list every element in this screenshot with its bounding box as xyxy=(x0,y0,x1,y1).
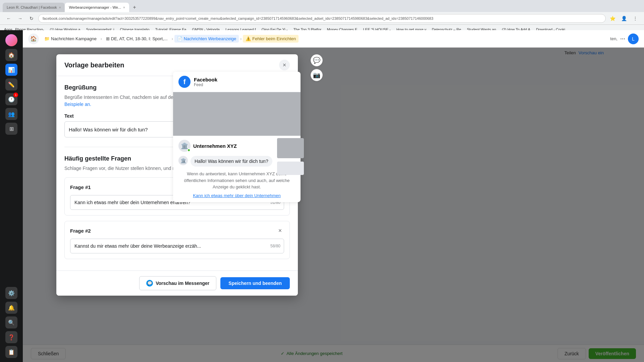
breadcrumb-kampagne[interactable]: 📁 Nachrichten Kampagne xyxy=(42,35,99,43)
nav-right: ten, ··· L xyxy=(610,34,639,44)
nav-bar: ← → ↻ facebook.com/adsmanager/manage/ads… xyxy=(0,12,644,25)
faq-card-2-header: Frage #2 × xyxy=(70,227,284,235)
text-input-value: Hallo! Was können wir für dich tun? xyxy=(69,127,148,132)
online-dot xyxy=(187,148,191,152)
sidebar-icon-ads[interactable]: 📊 xyxy=(5,64,17,76)
faq-card-2: Frage #2 × Kannst du mir etwas mehr über… xyxy=(64,221,290,259)
sidebar-icon-settings[interactable]: ⚙️ xyxy=(5,287,17,299)
sidebar-icon-reports[interactable]: 📋 xyxy=(5,346,17,358)
modal-overlay: Vorlage bearbeiten × Begrüßung Begrüße I… xyxy=(23,48,644,362)
nav-avatar[interactable]: L xyxy=(628,34,639,44)
bubble-avatar: 🏛️ xyxy=(178,156,188,165)
content-area: Teilen Vorschau ein Vorlage bearbeiten ×… xyxy=(23,48,644,362)
faq-2-close-button[interactable]: × xyxy=(276,227,284,235)
breadcrumb: 📁 Nachrichten Kampagne › ⊞ DE, AT, CH, 1… xyxy=(42,35,299,43)
breadcrumb-sep-3: › xyxy=(240,37,241,41)
sidebar-icon-people[interactable]: 👥 xyxy=(5,108,17,120)
back-button[interactable]: ← xyxy=(4,14,13,23)
side-thumbnail xyxy=(277,138,304,158)
profile-button[interactable]: 👤 xyxy=(619,14,629,23)
breadcrumb-sep-2: › xyxy=(172,37,173,41)
nav-more-btn[interactable]: ··· xyxy=(620,35,625,42)
business-name: Unternehmen XYZ xyxy=(193,143,281,149)
tab-close-icon[interactable]: × xyxy=(59,6,61,9)
warning-icon: ⚠️ xyxy=(246,36,251,41)
reload-button[interactable]: ↻ xyxy=(27,14,36,23)
sidebar-icon-notifications[interactable]: 🕐 1 xyxy=(5,93,17,105)
sidebar-icon-home[interactable]: 🏠 xyxy=(5,49,17,61)
nav-teilen-text: ten, xyxy=(610,36,618,41)
app-area: 🏠 📊 ✏️ 🕐 1 👥 ⊞ ⚙️ 🔔 🔍 ❓ 📋 🏠 📁 Nachrichte… xyxy=(0,30,644,362)
instagram-social-icon[interactable]: 📷 xyxy=(311,69,323,81)
greeting-text: Hallo! Was können wir für dich tun? xyxy=(191,156,272,167)
notification-badge: 1 xyxy=(13,93,18,97)
preview-messenger-button[interactable]: 💬 Vorschau im Messenger xyxy=(139,276,216,290)
messenger-icon: 💬 xyxy=(146,280,153,287)
messenger-social-icon[interactable]: 💬 xyxy=(311,54,323,66)
faq-1-value: Kann ich etwas mehr über dein Unternehme… xyxy=(74,200,191,205)
preview-platform: Facebook xyxy=(194,77,217,82)
faq-1-label: Frage #1 xyxy=(70,184,91,190)
preview-placement: Feed xyxy=(194,82,217,87)
sidebar-icon-search[interactable]: 🔍 xyxy=(5,316,17,328)
sidebar-icon-help[interactable]: ❓ xyxy=(5,331,17,343)
sidebar-avatar[interactable] xyxy=(5,34,17,46)
ads-top-nav: 🏠 📁 Nachrichten Kampagne › ⊞ DE, AT, CH,… xyxy=(23,30,644,48)
faq-2-label: Frage #2 xyxy=(70,228,91,234)
modal-close-button[interactable]: × xyxy=(279,60,290,70)
faq-2-value: Kannst du mir etwas mehr über deine Werb… xyxy=(74,243,201,249)
grid-icon: ⊞ xyxy=(106,36,110,41)
sidebar: 🏠 📊 ✏️ 🕐 1 👥 ⊞ ⚙️ 🔔 🔍 ❓ 📋 xyxy=(0,30,23,362)
tab-facebook[interactable]: Leon R. Chaudhari | Facebook × xyxy=(3,3,65,12)
breadcrumb-adset[interactable]: ⊞ DE, AT, CH, 18-30, I: Sport,... xyxy=(103,35,170,43)
breadcrumb-fehler[interactable]: ⚠️ Fehler beim Einrichten xyxy=(243,35,299,43)
tab-bar: Leon R. Chaudhari | Facebook × Werbeanze… xyxy=(0,0,644,12)
menu-button[interactable]: ⋮ xyxy=(631,14,640,23)
extensions-button[interactable]: ⭐ xyxy=(608,14,617,23)
side-lines xyxy=(277,162,304,175)
forward-button[interactable]: → xyxy=(15,14,25,23)
sidebar-icon-bell[interactable]: 🔔 xyxy=(5,302,17,314)
ad-icon: 📄 xyxy=(177,36,182,41)
modal-footer: 💬 Vorschau im Messenger Speichern und be… xyxy=(56,270,298,296)
right-social-icons: 💬 📷 xyxy=(311,54,323,81)
breadcrumb-sep-1: › xyxy=(101,37,102,41)
ads-nav-home-btn[interactable]: 🏠 xyxy=(28,34,39,44)
sidebar-icon-grid[interactable]: ⊞ xyxy=(5,123,17,135)
breadcrumb-werbeanzeige[interactable]: 📄 Nachrichten Werbeanzeige xyxy=(174,35,239,43)
browser-chrome: Leon R. Chaudhari | Facebook × Werbeanze… xyxy=(0,0,644,30)
preview-image xyxy=(173,92,301,136)
sidebar-icon-edit[interactable]: ✏️ xyxy=(5,78,17,90)
business-avatar: 🏛️ xyxy=(178,140,191,152)
faq-2-char-count: 58/80 xyxy=(270,244,280,248)
facebook-logo: f xyxy=(178,76,191,88)
faq-2-input[interactable]: Kannst du mir etwas mehr über deine Werb… xyxy=(70,239,284,253)
tab-ads-manager[interactable]: Werbeanzeigenmanager - We... × xyxy=(65,3,129,12)
save-and-close-button[interactable]: Speichern und beenden xyxy=(220,277,290,289)
folder-icon: 📁 xyxy=(44,36,50,41)
modal-title: Vorlage bearbeiten xyxy=(64,61,124,69)
tab-close-icon-2[interactable]: × xyxy=(123,6,125,9)
address-bar[interactable]: facebook.com/adsmanager/manage/ads/edit?… xyxy=(38,14,606,23)
preview-question: Kann ich etwas mehr über dein Unternehme… xyxy=(178,193,295,198)
preview-header-text: Facebook Feed xyxy=(194,77,217,87)
new-tab-button[interactable]: + xyxy=(130,3,139,11)
preview-panel-header: f Facebook Feed xyxy=(173,72,301,92)
preview-panel: f Facebook Feed 🏛️ xyxy=(173,72,301,202)
